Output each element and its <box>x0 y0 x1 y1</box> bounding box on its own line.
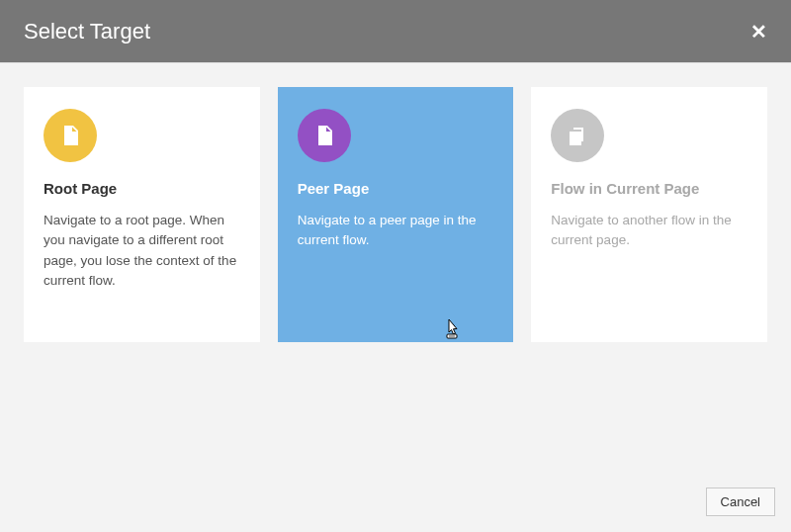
card-description: Navigate to a root page. When you naviga… <box>44 211 240 291</box>
cancel-button[interactable]: Cancel <box>706 488 775 516</box>
root-page-icon <box>44 109 97 162</box>
dialog-title: Select Target <box>24 19 150 44</box>
card-description: Navigate to another flow in the current … <box>551 211 747 251</box>
card-root-page[interactable]: Root Page Navigate to a root page. When … <box>24 87 260 342</box>
close-icon[interactable]: ✕ <box>750 22 767 42</box>
flow-page-icon <box>551 109 604 162</box>
dialog-header: Select Target ✕ <box>0 0 791 63</box>
card-description: Navigate to a peer page in the current f… <box>298 211 494 251</box>
card-title: Root Page <box>44 180 240 197</box>
peer-page-icon <box>298 109 351 162</box>
card-container: Root Page Navigate to a root page. When … <box>0 63 791 342</box>
dialog-footer: Cancel <box>706 488 775 516</box>
card-title: Peer Page <box>298 180 494 197</box>
card-flow-current-page[interactable]: Flow in Current Page Navigate to another… <box>531 87 767 342</box>
card-title: Flow in Current Page <box>551 180 747 197</box>
card-peer-page[interactable]: Peer Page Navigate to a peer page in the… <box>278 87 514 342</box>
